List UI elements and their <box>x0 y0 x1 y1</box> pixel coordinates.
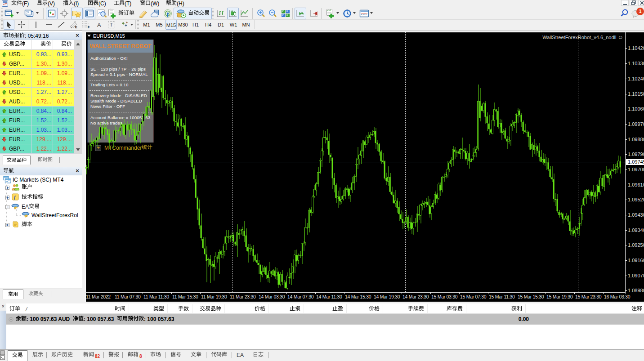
svg-text:E: E <box>75 26 77 29</box>
svg-text:T: T <box>110 22 113 27</box>
svg-text:A: A <box>97 22 101 28</box>
svg-text:F: F <box>88 26 90 29</box>
